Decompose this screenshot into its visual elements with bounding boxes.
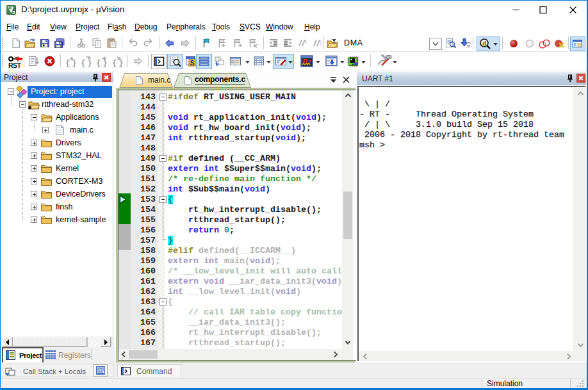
svg-text:S: S — [190, 60, 195, 67]
svg-text:{: { — [112, 58, 117, 68]
svg-text:{: { — [65, 58, 70, 68]
svg-text:}: } — [102, 58, 108, 68]
svg-text:}: } — [72, 58, 77, 68]
svg-text:5: 5 — [12, 10, 15, 15]
svg-text:}: } — [87, 58, 92, 68]
svg-text:RST: RST — [8, 61, 22, 69]
svg-text:{: { — [96, 58, 101, 68]
svg-text:}: } — [118, 58, 124, 68]
svg-text:d: d — [482, 39, 486, 47]
svg-text:{: { — [81, 58, 86, 68]
